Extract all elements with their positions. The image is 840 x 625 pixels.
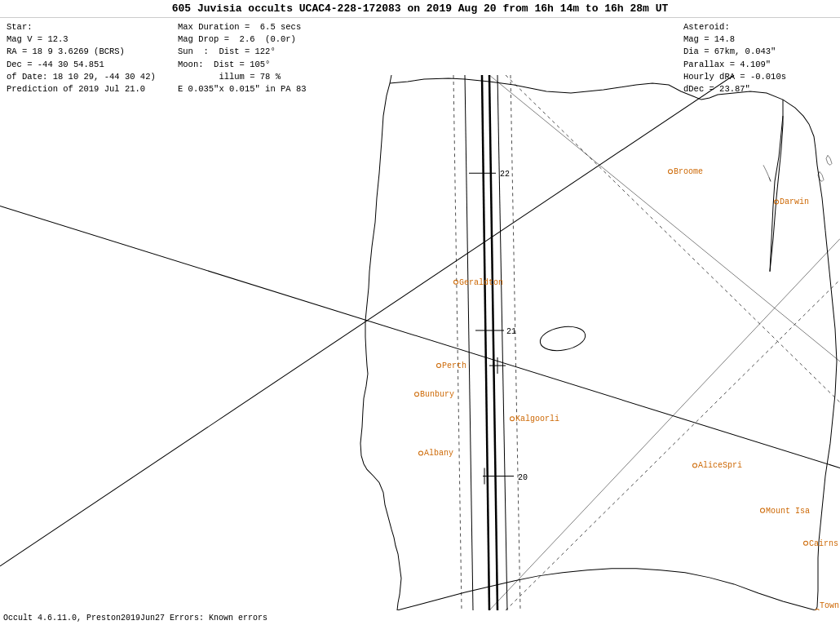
diagonal-line-3 xyxy=(489,75,840,361)
map-area: 22 21 20 Broome Darwin Geraldton Perth B… xyxy=(0,75,840,610)
dashed-line-1 xyxy=(453,75,462,610)
mag-drop: Mag Drop = 2.6 (0.0r) xyxy=(178,33,344,46)
time-label-21: 21 xyxy=(506,327,516,336)
asteroid-parallax: Parallax = 4.109" xyxy=(683,59,833,71)
north-limit-line xyxy=(465,75,473,610)
footer: Occult 4.6.11.0, Preston2019Jun27 Errors… xyxy=(0,610,840,625)
city-label-townsville: Townsvill xyxy=(820,601,840,610)
time-label-20: 20 xyxy=(518,472,528,481)
moon-dist: Moon: Dist = 105° xyxy=(178,59,344,71)
header-title: 605 Juvisia occults UCAC4-228-172083 on … xyxy=(172,2,669,15)
city-label-geraldton: Geraldton xyxy=(459,278,503,287)
star-mag-v: Mag V = 12.3 xyxy=(7,33,165,46)
star-info-col: Star: Mag V = 12.3 RA = 18 9 3.6269 (BCR… xyxy=(0,20,171,75)
diagonal-line-4 xyxy=(489,239,840,610)
city-dot-kalgoorli xyxy=(511,417,515,421)
gulf-west xyxy=(770,100,783,272)
center-line xyxy=(482,75,489,610)
city-label-albany: Albany xyxy=(424,449,453,458)
coast-detail-1 xyxy=(763,165,771,181)
map-svg: 22 21 20 Broome Darwin Geraldton Perth B… xyxy=(0,75,840,610)
footer-text: Occult 4.6.11.0, Preston2019Jun27 Errors… xyxy=(3,614,267,623)
city-dot-broome xyxy=(669,170,673,174)
city-dot-cairns xyxy=(804,541,808,545)
time-label-22: 22 xyxy=(500,170,510,179)
star-prediction: Prediction of 2019 Jul 21.0 xyxy=(7,83,165,95)
star-of-date: of Date: 18 10 29, -44 30 42) xyxy=(7,71,165,83)
sun-dist: Sun : Dist = 122° xyxy=(178,46,344,58)
island-2 xyxy=(826,155,832,165)
wa-coast-west xyxy=(360,75,401,610)
south-coast xyxy=(397,569,816,610)
dashed-diagonal-2 xyxy=(506,280,840,610)
city-label-darwin: Darwin xyxy=(780,197,809,206)
star-ra: RA = 18 9 3.6269 (BCRS) xyxy=(7,46,165,58)
page-header: 605 Juvisia occults UCAC4-228-172083 on … xyxy=(0,0,840,18)
south-limit-line xyxy=(497,75,507,610)
city-dot-mount-isa xyxy=(761,508,765,512)
asteroid-ellipse xyxy=(538,323,587,353)
city-dot-bunbury xyxy=(415,392,419,397)
northern-coast xyxy=(390,78,825,231)
city-dot-perth xyxy=(437,364,441,368)
error-ellipse: E 0.035"x 0.015" in PA 83 xyxy=(178,83,344,95)
city-label-perth: Perth xyxy=(442,361,466,370)
dashed-diagonal-1 xyxy=(506,75,840,402)
center-line-2 xyxy=(489,75,497,610)
diagonal-line-2 xyxy=(0,75,734,566)
city-label-kalgoorli: Kalgoorli xyxy=(515,414,559,423)
city-dot-alice-springs xyxy=(693,463,697,468)
spacer-col xyxy=(351,20,677,75)
city-label-mount-isa: Mount Isa xyxy=(766,507,810,516)
city-label-cairns: Cairns xyxy=(809,539,838,548)
city-dot-albany xyxy=(419,451,423,455)
asteroid-dia: Dia = 67km, 0.043" xyxy=(683,46,833,58)
asteroid-hourly-dra: Hourly dRA = -0.010s xyxy=(683,71,833,83)
info-panel: Star: Mag V = 12.3 RA = 18 9 3.6269 (BCR… xyxy=(0,20,840,75)
asteroid-ddec: dDec = 23.87" xyxy=(683,83,833,95)
city-label-broome: Broome xyxy=(674,167,703,176)
asteroid-mag: Mag = 14.8 xyxy=(683,33,833,46)
dashed-line-2 xyxy=(511,75,520,610)
illum: illum = 78 % xyxy=(178,71,344,83)
star-dec: Dec = -44 30 54.851 xyxy=(7,59,165,71)
asteroid-info-col: Asteroid: Mag = 14.8 Dia = 67km, 0.043" … xyxy=(677,20,840,75)
max-duration: Max Duration = 6.5 secs xyxy=(178,21,344,33)
max-info-col: Max Duration = 6.5 secs Mag Drop = 2.6 (… xyxy=(171,20,351,75)
city-dot-geraldton xyxy=(454,280,458,284)
diagonal-line-1 xyxy=(0,206,840,468)
asteroid-label: Asteroid: xyxy=(683,21,833,33)
star-label: Star: xyxy=(7,21,165,33)
city-label-alice-springs: AliceSpri xyxy=(698,461,742,470)
east-coast xyxy=(816,231,837,610)
city-label-bunbury: Bunbury xyxy=(420,390,454,399)
